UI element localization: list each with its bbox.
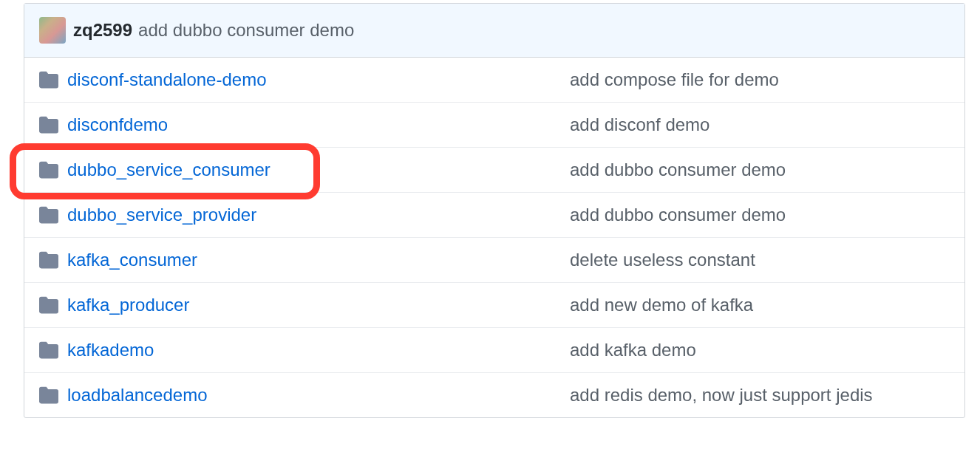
folder-icon: [39, 341, 58, 360]
table-row: dubbo_service_consumeradd dubbo consumer…: [24, 148, 964, 193]
file-commit-message[interactable]: add disconf demo: [570, 114, 950, 135]
folder-icon: [39, 250, 58, 270]
file-name-link[interactable]: disconfdemo: [67, 114, 570, 135]
table-row: loadbalancedemoadd redis demo, now just …: [24, 373, 964, 417]
commit-header: zq2599 add dubbo consumer demo: [24, 4, 964, 58]
file-name-link[interactable]: kafkademo: [67, 340, 570, 360]
file-commit-message[interactable]: add dubbo consumer demo: [570, 205, 950, 225]
table-row: disconfdemoadd disconf demo: [24, 103, 964, 148]
folder-icon: [39, 160, 58, 179]
table-row: kafkademoadd kafka demo: [24, 328, 964, 373]
file-commit-message[interactable]: delete useless constant: [570, 250, 950, 270]
commit-message[interactable]: add dubbo consumer demo: [138, 20, 354, 41]
file-list: disconf-standalone-demoadd compose file …: [24, 58, 964, 417]
folder-icon: [39, 70, 58, 89]
file-name-link[interactable]: kafka_producer: [67, 295, 570, 315]
folder-icon: [39, 295, 58, 315]
table-row: kafka_consumerdelete useless constant: [24, 238, 964, 283]
table-row: kafka_produceradd new demo of kafka: [24, 283, 964, 328]
table-row: dubbo_service_provideradd dubbo consumer…: [24, 193, 964, 238]
file-browser: zq2599 add dubbo consumer demo disconf-s…: [24, 3, 965, 418]
username[interactable]: zq2599: [73, 20, 132, 41]
file-commit-message[interactable]: add compose file for demo: [570, 69, 950, 90]
table-row: disconf-standalone-demoadd compose file …: [24, 58, 964, 103]
file-commit-message[interactable]: add new demo of kafka: [570, 295, 950, 315]
file-commit-message[interactable]: add kafka demo: [570, 340, 950, 360]
folder-icon: [39, 386, 58, 405]
file-commit-message[interactable]: add dubbo consumer demo: [570, 160, 950, 180]
folder-icon: [39, 115, 58, 134]
file-name-link[interactable]: loadbalancedemo: [67, 385, 570, 406]
file-commit-message[interactable]: add redis demo, now just support jedis: [570, 385, 950, 406]
file-name-link[interactable]: dubbo_service_provider: [67, 205, 570, 225]
folder-icon: [39, 205, 58, 225]
file-name-link[interactable]: disconf-standalone-demo: [67, 69, 570, 90]
file-name-link[interactable]: dubbo_service_consumer: [67, 160, 570, 180]
avatar[interactable]: [39, 17, 66, 44]
file-name-link[interactable]: kafka_consumer: [67, 250, 570, 270]
